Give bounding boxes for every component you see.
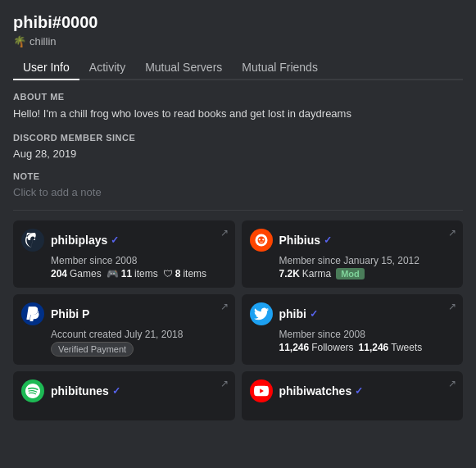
note-input[interactable]: Click to add a note (13, 186, 463, 198)
twitter-stats: 11,246 Followers 11,246 Tweets (279, 342, 456, 353)
twitter-external-link[interactable]: ↗ (448, 301, 456, 312)
paypal-card-top: Phibi P (21, 302, 227, 325)
tabs: User Info Activity Mutual Servers Mutual… (13, 56, 463, 80)
svg-point-3 (262, 239, 264, 240)
youtube-verified: ✓ (355, 385, 363, 397)
account-card-reddit: Phibius ✓ Member since January 15, 2012 … (242, 220, 464, 288)
paypal-name: Phibi P (51, 307, 89, 320)
spotify-verified: ✓ (112, 385, 120, 397)
steam-stat-items1: 🎮 11 items (107, 268, 158, 279)
reddit-meta: Member since January 15, 2012 (279, 255, 456, 266)
mod-badge: Mod (336, 268, 365, 279)
youtube-icon (250, 379, 273, 402)
svg-point-2 (258, 239, 260, 240)
spotify-icon (21, 379, 44, 402)
paypal-meta: Account created July 21, 2018 (51, 329, 227, 340)
twitter-verified: ✓ (310, 308, 318, 320)
twitter-name: phibi ✓ (279, 307, 318, 320)
youtube-card-top: phibiwatches ✓ (250, 379, 456, 402)
steam-external-link[interactable]: ↗ (220, 227, 229, 239)
discord-member-date: Aug 28, 2019 (13, 148, 463, 160)
youtube-external-link[interactable]: ↗ (448, 378, 456, 389)
steam-meta: Member since 2008 (51, 255, 227, 266)
discord-member-label: DISCORD MEMBER SINCE (13, 133, 463, 143)
reddit-card-top: Phibius ✓ (250, 229, 456, 252)
reddit-external-link[interactable]: ↗ (448, 227, 456, 239)
account-card-youtube: phibiwatches ✓ ↗ (242, 371, 464, 420)
status-text: chillin (29, 35, 57, 48)
profile-container: phibi#0000 🌴 chillin User Info Activity … (0, 0, 476, 468)
status: 🌴 chillin (13, 35, 463, 48)
steam-stats: 204 Games 🎮 11 items 🛡 8 items (51, 268, 227, 279)
reddit-icon (250, 229, 273, 252)
steam-name: phibiplays ✓ (51, 234, 119, 247)
spotify-name: phibitunes ✓ (51, 384, 120, 398)
spotify-card-top: phibitunes ✓ (21, 379, 227, 402)
reddit-name: Phibius ✓ (279, 234, 333, 247)
note-label: NOTE (13, 171, 463, 181)
youtube-name: phibiwatches ✓ (279, 384, 364, 398)
reddit-karma: 7.2K Karma (279, 268, 332, 279)
twitter-followers: 11,246 Followers (279, 342, 354, 353)
tab-mutual-friends[interactable]: Mutual Friends (232, 56, 328, 80)
paypal-icon (21, 302, 44, 325)
reddit-verified: ✓ (324, 234, 332, 246)
account-card-paypal: Phibi P Account created July 21, 2018 Ve… (13, 294, 235, 365)
tab-mutual-servers[interactable]: Mutual Servers (135, 56, 232, 80)
divider (13, 210, 463, 211)
spotify-external-link[interactable]: ↗ (220, 378, 229, 389)
paypal-external-link[interactable]: ↗ (220, 301, 229, 312)
steam-icon (21, 229, 44, 252)
steam-stat-items2: 🛡 8 items (163, 268, 206, 279)
steam-stat-games: 204 Games (51, 268, 102, 279)
about-me-label: ABOUT ME (13, 92, 463, 102)
twitter-meta: Member since 2008 (279, 329, 456, 340)
connected-accounts: phibiplays ✓ Member since 2008 204 Games… (13, 220, 463, 420)
about-me-text: Hello! I'm a chill frog who loves to rea… (13, 107, 463, 121)
svg-point-1 (257, 237, 265, 244)
tab-activity[interactable]: Activity (79, 56, 135, 80)
account-card-twitter: phibi ✓ Member since 2008 11,246 Followe… (242, 294, 464, 365)
account-card-spotify: phibitunes ✓ ↗ (13, 371, 235, 420)
twitter-card-top: phibi ✓ (250, 302, 456, 325)
tab-user-info[interactable]: User Info (13, 56, 79, 80)
status-emoji: 🌴 (13, 35, 26, 48)
account-card-steam: phibiplays ✓ Member since 2008 204 Games… (13, 220, 235, 288)
steam-card-top: phibiplays ✓ (21, 229, 227, 252)
twitter-icon (250, 302, 273, 325)
reddit-stats: 7.2K Karma Mod (279, 268, 456, 279)
username: phibi#0000 (13, 13, 463, 32)
twitter-tweets: 11,246 Tweets (359, 342, 423, 353)
steam-verified: ✓ (111, 234, 119, 246)
verified-payment-badge: Verified Payment (51, 342, 134, 357)
